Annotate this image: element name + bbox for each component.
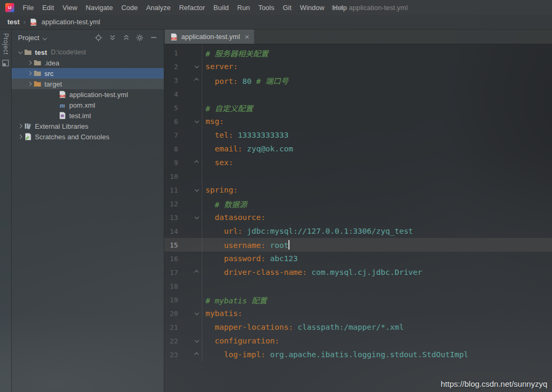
text-cursor <box>288 240 289 250</box>
menu-tools[interactable]: Tools <box>254 0 278 15</box>
fold-open-icon[interactable] <box>178 307 202 320</box>
close-icon[interactable]: × <box>245 33 249 41</box>
menu-build[interactable]: Build <box>209 0 233 15</box>
code-line-4[interactable]: 4 <box>164 87 552 101</box>
fold-close-icon[interactable] <box>178 265 202 279</box>
menu-window[interactable]: Window <box>296 0 329 15</box>
line-number: 4 <box>164 90 178 98</box>
fold-gutter <box>178 238 202 252</box>
line-number: 22 <box>164 337 178 345</box>
fold-gutter <box>178 101 202 114</box>
project-panel-title[interactable]: Project <box>18 34 39 42</box>
code-line-17[interactable]: 17 driver-class-name: com.mysql.cj.jdbc.… <box>164 265 552 279</box>
line-number: 16 <box>164 255 178 263</box>
locate-icon[interactable] <box>95 34 102 42</box>
code-line-23[interactable]: 23 log-impl: org.apache.ibatis.logging.s… <box>164 348 552 361</box>
chevron-down-icon[interactable] <box>16 51 24 54</box>
menu-refactor[interactable]: Refactor <box>175 0 209 15</box>
fold-close-icon[interactable] <box>178 156 202 169</box>
fold-open-icon[interactable] <box>178 211 202 224</box>
menu-git[interactable]: Git <box>278 0 296 15</box>
code-line-15[interactable]: 15 username: root <box>164 238 552 252</box>
code-line-12[interactable]: 12 # 数据源 <box>164 197 552 211</box>
chevron-right-icon[interactable] <box>25 82 33 85</box>
code-line-14[interactable]: 14 url: jdbc:mysql://127.0.0.1:3306/zyq_… <box>164 224 552 238</box>
code-line-2[interactable]: 2server: <box>164 60 552 73</box>
breadcrumb-file[interactable]: application-test.yml <box>41 18 100 26</box>
tree-item-target[interactable]: target <box>12 79 164 89</box>
code-line-20[interactable]: 20mybatis: <box>164 307 552 320</box>
code-line-8[interactable]: 8 email: zyq@ok.com <box>164 142 552 156</box>
fold-close-icon[interactable] <box>178 73 202 87</box>
svg-text:YML: YML <box>172 37 176 40</box>
tool-window-icon[interactable] <box>2 60 9 66</box>
project-tree: testD:\code\test.ideasrctargetYMLapplica… <box>12 45 164 142</box>
collapse-all-icon[interactable] <box>122 34 130 42</box>
line-number: 21 <box>164 323 178 331</box>
fold-gutter <box>178 293 202 307</box>
tree-item-scratches-and-consoles[interactable]: Scratches and Consoles <box>12 131 164 142</box>
tree-item-pom-xml[interactable]: mpom.xml <box>12 100 164 110</box>
line-number: 9 <box>164 159 178 167</box>
tree-item-application-test-yml[interactable]: YMLapplication-test.yml <box>12 89 164 100</box>
line-number: 15 <box>164 241 178 249</box>
code-text: # 自定义配置 <box>202 102 253 113</box>
chevron-right-icon[interactable] <box>25 72 33 75</box>
scratches-icon <box>24 132 33 141</box>
code-line-22[interactable]: 22 configuration: <box>164 334 552 348</box>
menu-run[interactable]: Run <box>233 0 254 15</box>
code-line-16[interactable]: 16 password: abc123 <box>164 252 552 265</box>
project-stripe-button[interactable]: Project <box>2 33 10 55</box>
menu-view[interactable]: View <box>58 0 81 15</box>
expand-all-icon[interactable] <box>108 34 116 42</box>
menu-file[interactable]: File <box>18 0 38 15</box>
fold-open-icon[interactable] <box>178 183 202 197</box>
hide-icon[interactable] <box>149 34 157 42</box>
menu-edit[interactable]: Edit <box>38 0 58 15</box>
settings-icon[interactable] <box>136 34 144 42</box>
fold-gutter <box>178 169 202 183</box>
code-area[interactable]: 1# 服务器相关配置2server:3 port: 80 # 端口号45# 自定… <box>164 44 552 392</box>
line-number: 23 <box>164 351 178 359</box>
code-line-19[interactable]: 19# mybatis 配置 <box>164 293 552 307</box>
code-line-10[interactable]: 10 <box>164 169 552 183</box>
chevron-right-icon[interactable] <box>25 61 33 64</box>
tree-item-label: test.iml <box>69 112 91 120</box>
folder-excluded-icon <box>33 80 42 88</box>
tree-item-src[interactable]: src <box>12 68 164 79</box>
tab-application-test-yml[interactable]: YML application-test.yml × <box>165 30 255 44</box>
chevron-right-icon[interactable] <box>16 135 24 138</box>
tree-item-test[interactable]: testD:\code\test <box>12 47 164 58</box>
tree-item--idea[interactable]: .idea <box>12 58 164 68</box>
chevron-down-icon[interactable] <box>43 33 46 42</box>
menu-analyze[interactable]: Analyze <box>142 0 175 15</box>
tree-item-test-iml[interactable]: test.iml <box>12 110 164 121</box>
editor-tab-bar: YML application-test.yml × <box>164 30 552 44</box>
chevron-right-icon[interactable] <box>16 125 24 128</box>
fold-gutter <box>178 128 202 142</box>
code-line-13[interactable]: 13 datasource: <box>164 211 552 224</box>
ide-window: IJ FileEditViewNavigateCodeAnalyzeRefact… <box>0 0 552 392</box>
code-line-18[interactable]: 18 <box>164 279 552 293</box>
fold-open-icon[interactable] <box>178 334 202 348</box>
tree-item-external-libraries[interactable]: External Libraries <box>12 121 164 131</box>
fold-open-icon[interactable] <box>178 60 202 73</box>
code-line-9[interactable]: 9 sex: <box>164 156 552 169</box>
code-line-11[interactable]: 11spring: <box>164 183 552 197</box>
fold-close-icon[interactable] <box>178 348 202 361</box>
menu-code[interactable]: Code <box>117 0 142 15</box>
menu-navigate[interactable]: Navigate <box>81 0 117 15</box>
module-file-icon <box>58 111 67 120</box>
breadcrumb-project[interactable]: test <box>7 18 20 26</box>
code-line-3[interactable]: 3 port: 80 # 端口号 <box>164 73 552 87</box>
code-line-7[interactable]: 7 tel: 13333333333 <box>164 128 552 142</box>
editor: YML application-test.yml × 1# 服务器相关配置2se… <box>164 30 552 392</box>
fold-open-icon[interactable] <box>178 114 202 128</box>
project-panel-header: Project <box>12 30 164 45</box>
code-text: driver-class-name: com.mysql.cj.jdbc.Dri… <box>202 268 422 276</box>
code-line-5[interactable]: 5# 自定义配置 <box>164 101 552 114</box>
code-text: mybatis: <box>202 309 242 318</box>
code-line-21[interactable]: 21 mapper-locations: classpath:/mapper/*… <box>164 320 552 334</box>
code-line-6[interactable]: 6msg: <box>164 114 552 128</box>
code-line-1[interactable]: 1# 服务器相关配置 <box>164 46 552 60</box>
